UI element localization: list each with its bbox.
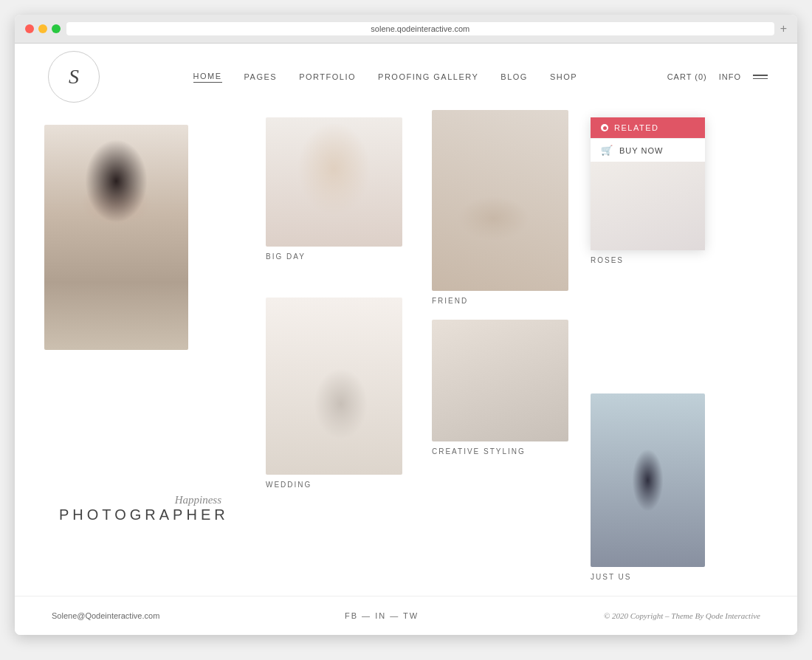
menu-toggle[interactable] [753, 75, 768, 79]
right-section: RELATED 🛒 BUY NOW ROSES [576, 110, 709, 581]
hero-photo [44, 125, 188, 350]
justus-label: JUST US [591, 573, 709, 581]
friend-label: FRIEND [432, 297, 568, 305]
center-col2: FRIEND CREATIVE STYLING [424, 110, 576, 456]
wedding-photo[interactable] [266, 298, 402, 475]
new-tab-button[interactable]: + [780, 22, 787, 35]
friend-photo[interactable] [432, 110, 568, 291]
minimize-button[interactable] [38, 24, 47, 33]
browser-chrome: solene.qodeinteractive.com + [15, 15, 797, 44]
buy-now-label: BUY NOW [619, 146, 663, 155]
center-col1: BIG DAY WEDDING [258, 110, 410, 489]
happiness-label: Happiness [59, 494, 236, 506]
creative-photo[interactable] [432, 320, 568, 441]
nav-links: HOME PAGES PORTFOLIO PROOFING GALLERY BL… [103, 72, 667, 83]
nav-portfolio[interactable]: PORTFOLIO [299, 72, 356, 81]
roses-item: ROSES [591, 250, 709, 264]
footer-email[interactable]: Solene@Qodeinteractive.com [52, 611, 159, 620]
creative-item: CREATIVE STYLING [424, 312, 576, 456]
address-bar[interactable]: solene.qodeinteractive.com [66, 22, 774, 35]
related-dot-icon [601, 124, 608, 131]
roses-label: ROSES [591, 256, 709, 264]
justus-item: JUST US [591, 393, 709, 581]
nav-blog[interactable]: BLOG [500, 72, 528, 81]
nav-home[interactable]: HOME [193, 72, 222, 83]
related-label: RELATED [614, 123, 658, 132]
related-button[interactable]: RELATED [591, 117, 705, 138]
browser-window: solene.qodeinteractive.com + S HOME PAGE… [15, 15, 797, 635]
main-nav: S HOME PAGES PORTFOLIO PROOFING GALLERY … [15, 44, 797, 110]
left-section [44, 110, 258, 350]
url-text: solene.qodeinteractive.com [371, 24, 469, 33]
logo-circle: S [48, 51, 100, 103]
creative-label: CREATIVE STYLING [432, 447, 568, 456]
traffic-lights [25, 24, 61, 33]
related-dot-inner [603, 126, 607, 130]
footer-copyright: © 2020 Copyright – Theme By Qode Interac… [604, 611, 760, 620]
cart-link[interactable]: CART (0) [667, 72, 707, 81]
nav-pages[interactable]: PAGES [244, 72, 278, 81]
nav-shop[interactable]: SHOP [550, 72, 577, 81]
logo-letter: S [69, 65, 79, 89]
photographer-text-area: Happiness PHOTOGRAPHER [59, 494, 236, 523]
close-button[interactable] [25, 24, 34, 33]
bigday-label: BIG DAY [266, 252, 402, 261]
bigday-photo[interactable] [266, 117, 402, 247]
site-content: S HOME PAGES PORTFOLIO PROOFING GALLERY … [15, 44, 797, 635]
buy-now-button[interactable]: 🛒 BUY NOW [591, 138, 705, 162]
info-link[interactable]: INFO [719, 72, 741, 81]
photographer-heading: PHOTOGRAPHER [59, 506, 236, 523]
nav-proofing-gallery[interactable]: PROOFING GALLERY [378, 72, 478, 81]
nav-right: CART (0) INFO [667, 72, 768, 81]
footer-social: FB — IN — TW [345, 611, 419, 620]
wedding-item: WEDDING [258, 290, 410, 489]
menu-line-1 [753, 75, 768, 76]
logo[interactable]: S [44, 51, 103, 103]
footer: Solene@Qodeinteractive.com FB — IN — TW … [15, 596, 797, 635]
bigday-item: BIG DAY [258, 110, 410, 261]
related-widget: RELATED 🛒 BUY NOW [591, 117, 705, 250]
wedding-label: WEDDING [266, 481, 402, 489]
cart-small-icon: 🛒 [601, 145, 613, 156]
menu-line-2 [753, 78, 768, 80]
friend-item: FRIEND [424, 110, 576, 305]
content-area: BIG DAY WEDDING FRIEND [15, 110, 797, 581]
maximize-button[interactable] [52, 24, 61, 33]
justus-photo[interactable] [591, 393, 705, 567]
related-thumb-photo [591, 162, 705, 250]
